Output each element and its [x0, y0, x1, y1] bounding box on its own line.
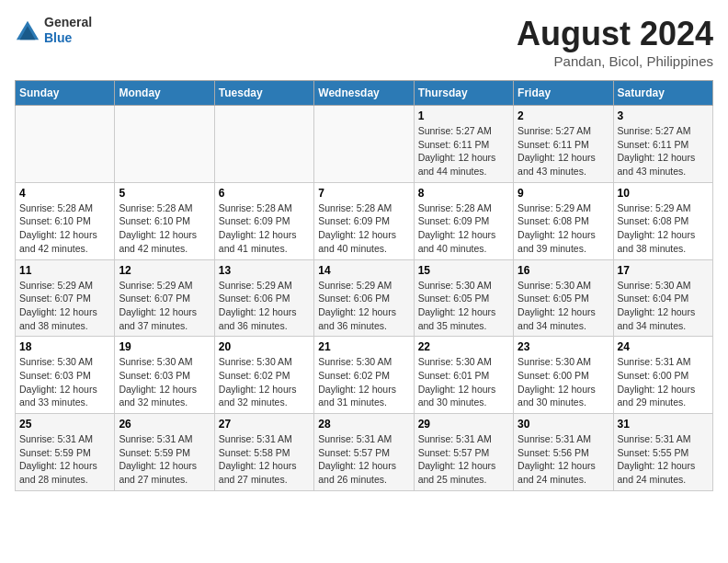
day-info: Sunrise: 5:30 AM Sunset: 6:03 PM Dayligh… [19, 355, 110, 409]
week-row-1: 1Sunrise: 5:27 AM Sunset: 6:11 PM Daylig… [16, 106, 713, 183]
day-number: 27 [219, 418, 310, 431]
day-info: Sunrise: 5:30 AM Sunset: 6:05 PM Dayligh… [518, 279, 609, 333]
logo-icon [15, 17, 40, 43]
calendar-cell: 25Sunrise: 5:31 AM Sunset: 5:59 PM Dayli… [16, 414, 115, 491]
title-block: August 2024 Pandan, Bicol, Philippines [517, 15, 713, 69]
calendar-cell: 28Sunrise: 5:31 AM Sunset: 5:57 PM Dayli… [314, 414, 414, 491]
day-info: Sunrise: 5:31 AM Sunset: 6:00 PM Dayligh… [618, 355, 709, 409]
calendar-cell: 4Sunrise: 5:28 AM Sunset: 6:10 PM Daylig… [16, 182, 115, 259]
day-info: Sunrise: 5:28 AM Sunset: 6:09 PM Dayligh… [219, 201, 310, 256]
day-info: Sunrise: 5:28 AM Sunset: 6:10 PM Dayligh… [19, 201, 110, 256]
logo-text: General Blue [44, 15, 92, 46]
day-info: Sunrise: 5:28 AM Sunset: 6:10 PM Dayligh… [119, 201, 210, 256]
calendar-cell [115, 106, 214, 183]
day-number: 13 [219, 264, 310, 277]
day-number: 28 [318, 418, 409, 431]
calendar-cell: 22Sunrise: 5:30 AM Sunset: 6:01 PM Dayli… [414, 337, 513, 414]
day-number: 20 [219, 340, 310, 353]
day-info: Sunrise: 5:28 AM Sunset: 6:09 PM Dayligh… [318, 201, 409, 256]
day-info: Sunrise: 5:31 AM Sunset: 5:57 PM Dayligh… [318, 432, 409, 487]
day-info: Sunrise: 5:29 AM Sunset: 6:06 PM Dayligh… [318, 279, 409, 333]
day-info: Sunrise: 5:27 AM Sunset: 6:11 PM Dayligh… [618, 124, 709, 178]
calendar-cell: 9Sunrise: 5:29 AM Sunset: 6:08 PM Daylig… [514, 182, 613, 259]
calendar-cell: 16Sunrise: 5:30 AM Sunset: 6:05 PM Dayli… [514, 259, 613, 337]
day-number: 17 [618, 264, 709, 277]
day-number: 10 [618, 187, 709, 200]
calendar-cell: 7Sunrise: 5:28 AM Sunset: 6:09 PM Daylig… [314, 182, 414, 259]
day-number: 4 [19, 187, 110, 200]
day-number: 3 [618, 109, 709, 122]
day-info: Sunrise: 5:30 AM Sunset: 6:05 PM Dayligh… [418, 279, 509, 333]
calendar-cell: 30Sunrise: 5:31 AM Sunset: 5:56 PM Dayli… [514, 414, 613, 491]
day-info: Sunrise: 5:31 AM Sunset: 5:58 PM Dayligh… [219, 432, 310, 487]
calendar-cell: 3Sunrise: 5:27 AM Sunset: 6:11 PM Daylig… [613, 106, 712, 183]
day-number: 9 [518, 187, 609, 200]
calendar-cell: 5Sunrise: 5:28 AM Sunset: 6:10 PM Daylig… [115, 182, 214, 259]
day-number: 30 [518, 418, 609, 431]
day-info: Sunrise: 5:28 AM Sunset: 6:09 PM Dayligh… [418, 201, 509, 256]
calendar-cell [214, 106, 313, 183]
calendar-cell: 20Sunrise: 5:30 AM Sunset: 6:02 PM Dayli… [214, 337, 313, 414]
page-subtitle: Pandan, Bicol, Philippines [517, 53, 713, 69]
day-number: 14 [318, 264, 409, 277]
calendar-cell: 11Sunrise: 5:29 AM Sunset: 6:07 PM Dayli… [16, 259, 115, 337]
day-info: Sunrise: 5:31 AM Sunset: 5:56 PM Dayligh… [518, 432, 609, 487]
day-number: 2 [518, 109, 609, 122]
weekday-header-saturday: Saturday [613, 81, 712, 106]
day-number: 15 [418, 264, 509, 277]
page-title: August 2024 [517, 15, 713, 53]
weekday-header-sunday: Sunday [16, 81, 115, 106]
weekday-header-row: SundayMondayTuesdayWednesdayThursdayFrid… [16, 81, 713, 106]
day-info: Sunrise: 5:30 AM Sunset: 6:02 PM Dayligh… [219, 355, 310, 409]
day-number: 23 [518, 340, 609, 353]
day-info: Sunrise: 5:29 AM Sunset: 6:07 PM Dayligh… [119, 279, 210, 333]
day-info: Sunrise: 5:31 AM Sunset: 5:59 PM Dayligh… [119, 432, 210, 487]
day-number: 31 [618, 418, 709, 431]
weekday-header-thursday: Thursday [414, 81, 513, 106]
calendar-cell: 31Sunrise: 5:31 AM Sunset: 5:55 PM Dayli… [613, 414, 712, 491]
day-number: 29 [418, 418, 509, 431]
calendar-cell: 13Sunrise: 5:29 AM Sunset: 6:06 PM Dayli… [214, 259, 313, 337]
day-info: Sunrise: 5:30 AM Sunset: 6:00 PM Dayligh… [518, 355, 609, 409]
logo: General Blue [15, 15, 92, 46]
day-info: Sunrise: 5:31 AM Sunset: 5:55 PM Dayligh… [618, 432, 709, 487]
page-header: General Blue August 2024 Pandan, Bicol, … [15, 15, 713, 69]
week-row-5: 25Sunrise: 5:31 AM Sunset: 5:59 PM Dayli… [16, 414, 713, 491]
day-info: Sunrise: 5:31 AM Sunset: 5:57 PM Dayligh… [418, 432, 509, 487]
weekday-header-tuesday: Tuesday [214, 81, 313, 106]
day-info: Sunrise: 5:30 AM Sunset: 6:04 PM Dayligh… [618, 279, 709, 333]
day-number: 11 [19, 264, 110, 277]
calendar-cell: 29Sunrise: 5:31 AM Sunset: 5:57 PM Dayli… [414, 414, 513, 491]
calendar-cell: 19Sunrise: 5:30 AM Sunset: 6:03 PM Dayli… [115, 337, 214, 414]
calendar-cell: 6Sunrise: 5:28 AM Sunset: 6:09 PM Daylig… [214, 182, 313, 259]
day-number: 18 [19, 340, 110, 353]
day-info: Sunrise: 5:29 AM Sunset: 6:08 PM Dayligh… [518, 201, 609, 256]
day-number: 24 [618, 340, 709, 353]
calendar-cell: 24Sunrise: 5:31 AM Sunset: 6:00 PM Dayli… [613, 337, 712, 414]
day-info: Sunrise: 5:30 AM Sunset: 6:01 PM Dayligh… [418, 355, 509, 409]
week-row-2: 4Sunrise: 5:28 AM Sunset: 6:10 PM Daylig… [16, 182, 713, 259]
day-info: Sunrise: 5:27 AM Sunset: 6:11 PM Dayligh… [418, 124, 509, 178]
day-info: Sunrise: 5:29 AM Sunset: 6:07 PM Dayligh… [19, 279, 110, 333]
day-number: 25 [19, 418, 110, 431]
calendar-cell [16, 106, 115, 183]
week-row-4: 18Sunrise: 5:30 AM Sunset: 6:03 PM Dayli… [16, 337, 713, 414]
weekday-header-friday: Friday [514, 81, 613, 106]
day-number: 26 [119, 418, 210, 431]
day-info: Sunrise: 5:29 AM Sunset: 6:06 PM Dayligh… [219, 279, 310, 333]
week-row-3: 11Sunrise: 5:29 AM Sunset: 6:07 PM Dayli… [16, 259, 713, 337]
calendar-cell: 10Sunrise: 5:29 AM Sunset: 6:08 PM Dayli… [613, 182, 712, 259]
weekday-header-wednesday: Wednesday [314, 81, 414, 106]
day-info: Sunrise: 5:29 AM Sunset: 6:08 PM Dayligh… [618, 201, 709, 256]
calendar-cell: 26Sunrise: 5:31 AM Sunset: 5:59 PM Dayli… [115, 414, 214, 491]
calendar-cell: 27Sunrise: 5:31 AM Sunset: 5:58 PM Dayli… [214, 414, 313, 491]
day-number: 1 [418, 109, 509, 122]
day-number: 6 [219, 187, 310, 200]
day-number: 5 [119, 187, 210, 200]
calendar-cell: 18Sunrise: 5:30 AM Sunset: 6:03 PM Dayli… [16, 337, 115, 414]
day-number: 16 [518, 264, 609, 277]
calendar-cell: 23Sunrise: 5:30 AM Sunset: 6:00 PM Dayli… [514, 337, 613, 414]
calendar-cell: 17Sunrise: 5:30 AM Sunset: 6:04 PM Dayli… [613, 259, 712, 337]
day-number: 22 [418, 340, 509, 353]
calendar-cell: 1Sunrise: 5:27 AM Sunset: 6:11 PM Daylig… [414, 106, 513, 183]
